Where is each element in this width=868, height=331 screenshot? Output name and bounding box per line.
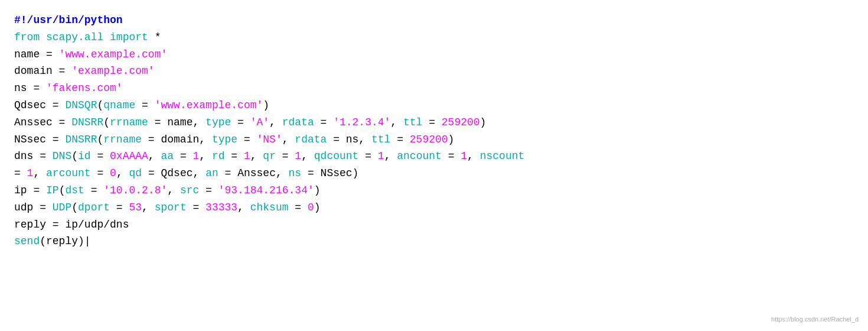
- code-token: 259200: [410, 134, 448, 145]
- code-token: ,: [269, 116, 282, 128]
- code-token: scapy.all: [46, 31, 103, 43]
- code-token: =: [225, 150, 244, 162]
- code-token: reply: [14, 219, 46, 231]
- code-token: (: [71, 202, 78, 213]
- code-token: ): [314, 202, 321, 213]
- code-token: =: [46, 99, 65, 111]
- code-token: ns: [14, 82, 27, 94]
- code-token: DNSRR: [71, 116, 103, 128]
- code-token: =: [314, 116, 333, 128]
- code-token: Anssec: [14, 116, 53, 128]
- code-line: dns = DNS(id = 0xAAAA, aa = 1, rd = 1, q…: [14, 148, 854, 165]
- code-token: =: [231, 116, 250, 128]
- code-token: type: [212, 134, 237, 145]
- code-line: from scapy.all import *: [14, 29, 854, 46]
- code-token: =: [91, 150, 110, 162]
- code-token: ,: [33, 167, 46, 179]
- code-token: |: [84, 235, 91, 247]
- code-token: ,: [237, 202, 250, 213]
- code-token: 'www.example.com': [59, 48, 168, 60]
- code-token: qname: [103, 99, 135, 111]
- code-token: ,: [199, 150, 212, 162]
- code-line: ns = 'fakens.com': [14, 80, 854, 97]
- code-token: an: [205, 167, 218, 179]
- code-token: ): [314, 184, 321, 196]
- code-token: ,: [148, 150, 161, 162]
- code-token: (: [103, 116, 110, 128]
- code-token: = NSsec): [301, 167, 358, 179]
- code-token: ,: [116, 167, 129, 179]
- code-token: src: [180, 184, 199, 196]
- code-token: send: [14, 235, 40, 247]
- code-token: =: [46, 134, 65, 145]
- code-token: ,: [250, 150, 263, 162]
- code-token: ): [448, 134, 455, 145]
- code-token: nscount: [480, 150, 525, 162]
- code-token: rdata: [282, 116, 314, 128]
- code-token: (: [59, 184, 66, 196]
- code-token: =: [390, 134, 409, 145]
- code-line: udp = UDP(dport = 53, sport = 33333, chk…: [14, 199, 854, 216]
- code-token: import: [103, 31, 154, 43]
- code-token: ttl: [403, 116, 422, 128]
- code-token: = name,: [148, 116, 205, 128]
- code-token: rrname: [103, 134, 142, 145]
- code-token: =: [199, 184, 218, 196]
- code-line: send(reply)|: [14, 233, 854, 250]
- code-token: =: [53, 65, 71, 77]
- code-token: rdata: [295, 134, 327, 145]
- code-line: #!/usr/bin/python: [14, 12, 854, 29]
- code-token: arcount: [46, 167, 91, 179]
- code-token: 'fakens.com': [46, 82, 123, 94]
- code-line: reply = ip/udp/dns: [14, 216, 854, 233]
- code-token: 'www.example.com': [155, 99, 263, 111]
- code-token: ,: [390, 116, 403, 128]
- code-token: DNSQR: [65, 99, 97, 111]
- code-token: =: [91, 167, 110, 179]
- code-token: = domain,: [142, 134, 212, 145]
- code-token: =: [174, 150, 192, 162]
- code-token: 0: [110, 167, 116, 179]
- code-token: =: [14, 167, 27, 179]
- code-token: =: [276, 150, 295, 162]
- code-token: ,: [301, 150, 314, 162]
- code-token: type: [205, 116, 231, 128]
- code-line: Anssec = DNSRR(rrname = name, type = 'A'…: [14, 114, 854, 131]
- code-token: 1: [244, 150, 250, 162]
- code-token: 'example.com': [71, 65, 154, 77]
- code-token: =: [187, 202, 205, 213]
- code-token: aa: [161, 150, 174, 162]
- code-token: dns: [14, 150, 33, 162]
- code-token: NSsec: [14, 134, 46, 145]
- code-line: ip = IP(dst = '10.0.2.8', src = '93.184.…: [14, 182, 854, 199]
- code-token: ttl: [371, 134, 390, 145]
- code-token: 0xAAAA: [110, 150, 148, 162]
- code-block: #!/usr/bin/pythonfrom scapy.all import *…: [14, 12, 854, 250]
- code-token: ns: [289, 167, 302, 179]
- code-token: 'NS': [257, 134, 282, 145]
- code-token: chksum: [250, 202, 289, 213]
- code-token: =: [289, 202, 308, 213]
- code-token: 259200: [442, 116, 480, 128]
- code-token: DNSRR: [65, 134, 97, 145]
- code-token: Qdsec: [14, 99, 46, 111]
- code-token: = ip/udp/dns: [46, 219, 129, 231]
- code-token: ,: [142, 202, 155, 213]
- code-token: 'A': [250, 116, 269, 128]
- code-token: 1: [378, 150, 384, 162]
- code-token: '1.2.3.4': [333, 116, 390, 128]
- code-token: 0: [308, 202, 314, 213]
- code-token: =: [40, 48, 58, 60]
- code-line: NSsec = DNSRR(rrname = domain, type = 'N…: [14, 131, 854, 148]
- code-token: (reply): [40, 235, 84, 247]
- code-token: =: [442, 150, 461, 162]
- code-token: from: [14, 31, 46, 43]
- code-token: ): [480, 116, 487, 128]
- code-token: ,: [282, 134, 295, 145]
- code-token: '10.0.2.8': [103, 184, 167, 196]
- code-token: (: [71, 150, 78, 162]
- code-token: (: [97, 99, 103, 111]
- code-token: ancount: [397, 150, 442, 162]
- code-token: ,: [467, 150, 480, 162]
- code-token: qr: [263, 150, 276, 162]
